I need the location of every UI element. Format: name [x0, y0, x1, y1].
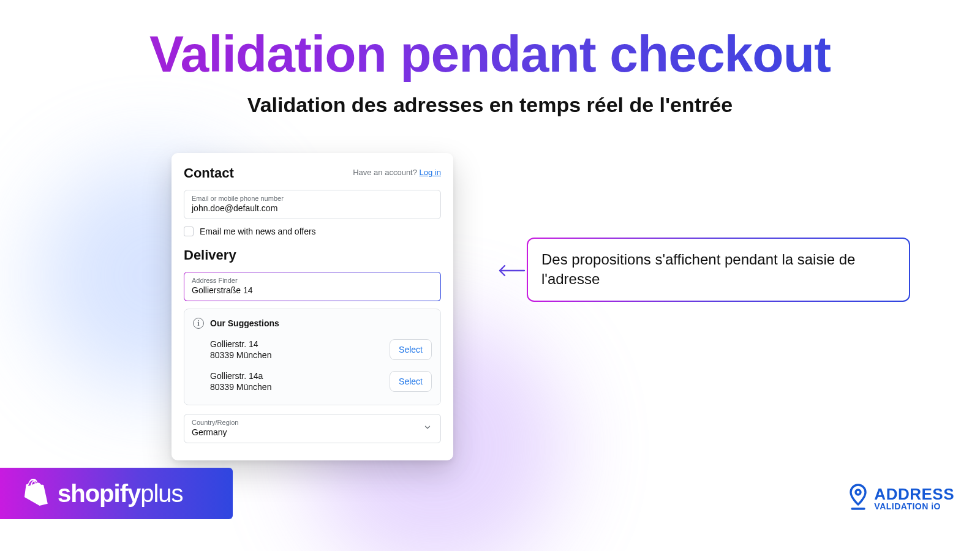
shopify-bag-icon: [24, 479, 49, 508]
chevron-down-icon: [423, 423, 432, 434]
suggestion-line2: 80339 München: [210, 350, 271, 361]
country-value: Germany: [192, 427, 433, 438]
suggestions-panel: i Our Suggestions Gollierstr. 14 80339 M…: [184, 309, 441, 405]
suggestion-line2: 80339 München: [210, 381, 271, 392]
suggestion-text: Gollierstr. 14 80339 München: [210, 339, 271, 361]
suggestion-line1: Gollierstr. 14a: [210, 370, 271, 381]
email-field[interactable]: Email or mobile phone number john.doe@de…: [184, 190, 441, 219]
suggestion-line1: Gollierstr. 14: [210, 339, 271, 350]
email-value: john.doe@default.com: [192, 203, 433, 214]
delivery-heading: Delivery: [184, 247, 441, 263]
have-account-label: Have an account?: [353, 168, 417, 177]
shopify-brand: shopify: [58, 480, 140, 508]
callout-arrow-icon: [496, 263, 526, 280]
suggestions-title: Our Suggestions: [210, 318, 279, 328]
map-pin-icon: [848, 484, 868, 513]
av-line1: ADDRESS: [874, 486, 954, 502]
suggestion-row: Gollierstr. 14a 80339 München Select: [193, 367, 432, 399]
suggestions-header: i Our Suggestions: [193, 318, 432, 329]
info-icon: i: [193, 318, 204, 329]
email-label: Email or mobile phone number: [192, 194, 433, 203]
av-line2: VALIDATION iO: [874, 502, 954, 511]
suggestion-row: Gollierstr. 14 80339 München Select: [193, 335, 432, 367]
shopify-plus-badge: shopifyplus: [0, 468, 233, 519]
address-validation-badge: ADDRESS VALIDATION iO: [848, 484, 954, 513]
newsletter-label: Email me with news and offers: [200, 227, 316, 236]
select-suggestion-button[interactable]: Select: [390, 339, 432, 360]
shopify-plus: plus: [140, 480, 183, 508]
shopify-text: shopifyplus: [58, 480, 183, 508]
have-account-text: Have an account? Log in: [353, 168, 441, 177]
newsletter-checkbox[interactable]: [184, 227, 194, 236]
checkout-card: Contact Have an account? Log in Email or…: [172, 153, 453, 460]
login-link[interactable]: Log in: [420, 168, 441, 177]
country-select[interactable]: Country/Region Germany: [184, 414, 441, 443]
select-suggestion-button[interactable]: Select: [390, 371, 432, 392]
av-text: ADDRESS VALIDATION iO: [874, 486, 954, 511]
marketing-slide: Validation pendant checkout Validation d…: [0, 0, 980, 551]
suggestion-text: Gollierstr. 14a 80339 München: [210, 370, 271, 392]
country-label: Country/Region: [192, 418, 433, 427]
newsletter-row[interactable]: Email me with news and offers: [184, 227, 441, 236]
svg-point-1: [856, 490, 861, 495]
callout-bubble: Des propositions s'affichent pendant la …: [527, 238, 910, 302]
headline: Validation pendant checkout: [0, 24, 980, 84]
subheadline: Validation des adresses en temps réel de…: [0, 93, 980, 117]
address-finder-value: Gollierstraße 14: [192, 285, 433, 296]
address-finder-label: Address Finder: [192, 276, 433, 285]
address-finder-field[interactable]: Address Finder Gollierstraße 14: [184, 272, 441, 301]
